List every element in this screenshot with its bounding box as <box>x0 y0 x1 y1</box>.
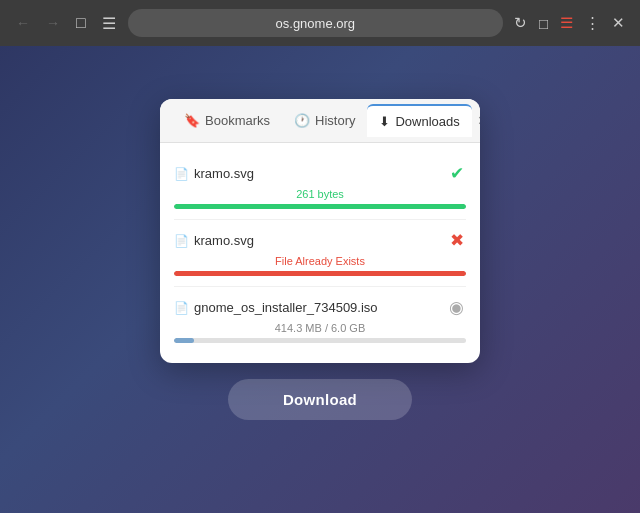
progress-bar-fill <box>174 204 466 209</box>
tab-history[interactable]: 🕐 History <box>282 105 367 136</box>
download-status: 261 bytes <box>174 188 466 200</box>
read-mode-icon[interactable]: ☰ <box>557 12 576 34</box>
progress-bar-wrap <box>174 204 466 209</box>
downloads-panel: 🔖 Bookmarks 🕐 History ⬇ Downloads × 📄 kr… <box>160 99 480 363</box>
download-header: 📄 kramo.svg ✔ <box>174 163 466 184</box>
forward-button[interactable]: → <box>42 13 64 33</box>
file-icon: 📄 <box>174 167 189 181</box>
progress-bar-wrap <box>174 271 466 276</box>
download-stop-button[interactable]: ◉ <box>447 297 466 318</box>
bottom-bar: Download <box>0 363 640 440</box>
filename-text: gnome_os_installer_734509.iso <box>194 300 378 315</box>
bookmarks-icon: 🔖 <box>184 113 200 128</box>
panel-tabs: 🔖 Bookmarks 🕐 History ⬇ Downloads × <box>160 99 480 143</box>
download-item: 📄 kramo.svg ✖ File Already Exists <box>174 220 466 287</box>
overflow-menu-icon[interactable]: ⋮ <box>582 12 603 34</box>
main-area: 🔖 Bookmarks 🕐 History ⬇ Downloads × 📄 kr… <box>0 46 640 513</box>
back-button[interactable]: ← <box>12 13 34 33</box>
tab-history-label: History <box>315 113 355 128</box>
download-status: File Already Exists <box>174 255 466 267</box>
filename-text: kramo.svg <box>194 166 254 181</box>
downloads-icon: ⬇ <box>379 114 390 129</box>
menu-lines-button[interactable]: ☰ <box>98 12 120 35</box>
downloads-list: 📄 kramo.svg ✔ 261 bytes 📄 kra <box>160 143 480 363</box>
download-filename: 📄 kramo.svg <box>174 166 254 181</box>
download-item: 📄 kramo.svg ✔ 261 bytes <box>174 153 466 220</box>
download-error-button[interactable]: ✖ <box>448 230 466 251</box>
new-tab-button[interactable]: □ <box>72 12 90 34</box>
panel-close-button[interactable]: × <box>472 110 480 132</box>
download-status: 414.3 MB / 6.0 GB <box>174 322 466 334</box>
filename-text: kramo.svg <box>194 233 254 248</box>
file-icon: 📄 <box>174 301 189 315</box>
tab-bookmarks-label: Bookmarks <box>205 113 270 128</box>
progress-bar-fill <box>174 338 194 343</box>
history-icon: 🕐 <box>294 113 310 128</box>
stop-icon: ◉ <box>449 298 464 317</box>
download-filename: 📄 kramo.svg <box>174 233 254 248</box>
download-item: 📄 gnome_os_installer_734509.iso ◉ 414.3 … <box>174 287 466 353</box>
address-bar[interactable] <box>128 9 503 37</box>
toolbar-right: ↻ □ ☰ ⋮ ✕ <box>511 12 628 34</box>
tab-downloads-label: Downloads <box>395 114 459 129</box>
reload-icon[interactable]: ↻ <box>511 12 530 34</box>
close-icon[interactable]: ✕ <box>609 12 628 34</box>
square-icon[interactable]: □ <box>536 13 551 34</box>
download-header: 📄 kramo.svg ✖ <box>174 230 466 251</box>
browser-chrome: ← → □ ☰ ↻ □ ☰ ⋮ ✕ <box>0 0 640 46</box>
tab-bookmarks[interactable]: 🔖 Bookmarks <box>172 105 282 136</box>
download-header: 📄 gnome_os_installer_734509.iso ◉ <box>174 297 466 318</box>
progress-bar-wrap <box>174 338 466 343</box>
tab-downloads[interactable]: ⬇ Downloads <box>367 104 471 137</box>
check-icon: ✔ <box>450 164 464 183</box>
download-filename: 📄 gnome_os_installer_734509.iso <box>174 300 378 315</box>
x-icon: ✖ <box>450 231 464 250</box>
file-icon: 📄 <box>174 234 189 248</box>
progress-bar-fill <box>174 271 466 276</box>
download-button[interactable]: Download <box>228 379 412 420</box>
download-check-button[interactable]: ✔ <box>448 163 466 184</box>
